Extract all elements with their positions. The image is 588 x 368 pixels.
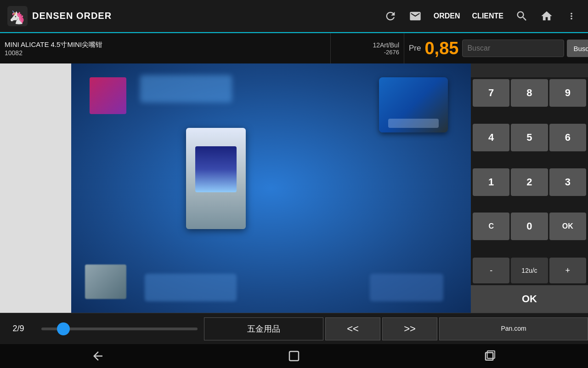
search-input[interactable] (462, 40, 564, 57)
pan-button[interactable]: Pan.com (439, 317, 588, 340)
orden-button[interactable]: ORDEN (431, 10, 463, 22)
product-thumb-bottom-left[interactable] (85, 264, 126, 299)
mail-button[interactable] (406, 7, 424, 25)
home-button[interactable] (537, 7, 556, 25)
numpad-6[interactable]: 6 (549, 124, 586, 151)
art-bul-value: 12Art/Bul (373, 41, 399, 49)
numpad-0[interactable]: 0 (511, 213, 548, 240)
numpad-3[interactable]: 3 (549, 168, 586, 196)
nav-right-area: ORDEN CLIENTE (381, 7, 581, 25)
product-thumb-top-right[interactable] (379, 77, 448, 132)
home-nav-button[interactable] (276, 347, 312, 365)
page-indicator: 2/9 (0, 324, 37, 334)
product-thumb-bottom-right (370, 274, 443, 301)
unit-row: - 12u/c + (471, 258, 588, 285)
android-nav-bar (0, 344, 588, 368)
slider-track[interactable] (41, 328, 198, 330)
product-info-area: MINI ALICATE 4.5寸MINI尖嘴钳 10082 (0, 33, 331, 63)
product-name: MINI ALICATE 4.5寸MINI尖嘴钳 (5, 40, 326, 49)
product-thumb-top-left[interactable] (90, 77, 126, 114)
category-area: 五金用品 (204, 317, 323, 340)
search-button[interactable] (513, 7, 531, 25)
numpad-9[interactable]: 9 (549, 79, 586, 107)
svg-text:🦄: 🦄 (9, 10, 25, 25)
numpad: 7 8 9 4 5 6 1 2 3 C 0 OK (471, 77, 588, 258)
product-thumb-bottom-center (145, 274, 237, 301)
right-sidebar: 7 8 9 4 5 6 1 2 3 C 0 OK - 12u/c + OK (471, 63, 588, 313)
right-sidebar-top (471, 63, 588, 77)
svg-rect-3 (486, 353, 493, 360)
numpad-1[interactable]: 1 (473, 168, 509, 196)
numpad-7[interactable]: 7 (473, 79, 509, 107)
search-input-area: Buscar (462, 40, 588, 57)
numpad-ok[interactable]: OK (549, 213, 586, 240)
slider-thumb[interactable] (57, 322, 70, 335)
category-label: 五金用品 (247, 323, 280, 334)
main-content: 7 8 9 4 5 6 1 2 3 C 0 OK - 12u/c + OK (0, 63, 588, 313)
app-logo: 🦄 (7, 6, 28, 26)
svg-rect-4 (487, 351, 494, 358)
product-image-area (71, 63, 471, 313)
numpad-5[interactable]: 5 (511, 124, 548, 151)
page-current: 2 (12, 324, 17, 333)
refresh-button[interactable] (381, 7, 400, 25)
buscar-button[interactable]: Buscar (567, 40, 588, 57)
price-value: 0,85 (424, 39, 458, 58)
numpad-8[interactable]: 8 (511, 79, 548, 107)
more-menu-button[interactable] (562, 7, 581, 25)
cliente-button[interactable]: CLIENTE (469, 10, 506, 22)
plus-button[interactable]: + (549, 258, 586, 283)
slider-area[interactable] (37, 328, 202, 330)
product-bar: MINI ALICATE 4.5寸MINI尖嘴钳 10082 12Art/Bul… (0, 32, 588, 63)
product-code: 10082 (5, 49, 326, 57)
bul-code: -2676 (384, 49, 399, 56)
prev-page-button[interactable]: << (325, 317, 380, 340)
minus-button[interactable]: - (473, 258, 509, 283)
page-total: 9 (20, 324, 24, 333)
bottom-bar: 2/9 五金用品 << >> Pan.com (0, 313, 588, 344)
next-page-button[interactable]: >> (382, 317, 437, 340)
product-art-bul: 12Art/Bul -2676 (331, 33, 404, 63)
product-thumb-center[interactable] (186, 128, 246, 229)
ok-large-button[interactable]: OK (471, 285, 588, 313)
logo-area: 🦄 DENSEN ORDER (7, 6, 112, 26)
left-sidebar (0, 63, 71, 313)
pan-label: Pan.com (501, 325, 526, 333)
recents-button[interactable] (472, 347, 509, 365)
product-thumb-top-center (140, 75, 232, 103)
app-title: DENSEN ORDER (32, 11, 112, 21)
back-button[interactable] (79, 347, 116, 365)
svg-rect-2 (289, 351, 299, 361)
pre-label: Pre (409, 44, 421, 53)
price-area: Pre 0,85 Buscar (404, 33, 588, 63)
numpad-2[interactable]: 2 (511, 168, 548, 196)
numpad-clear[interactable]: C (473, 213, 509, 240)
unit-label-button[interactable]: 12u/c (511, 258, 548, 283)
numpad-4[interactable]: 4 (473, 124, 509, 151)
top-nav-bar: 🦄 DENSEN ORDER ORDEN CLIENTE (0, 0, 588, 32)
